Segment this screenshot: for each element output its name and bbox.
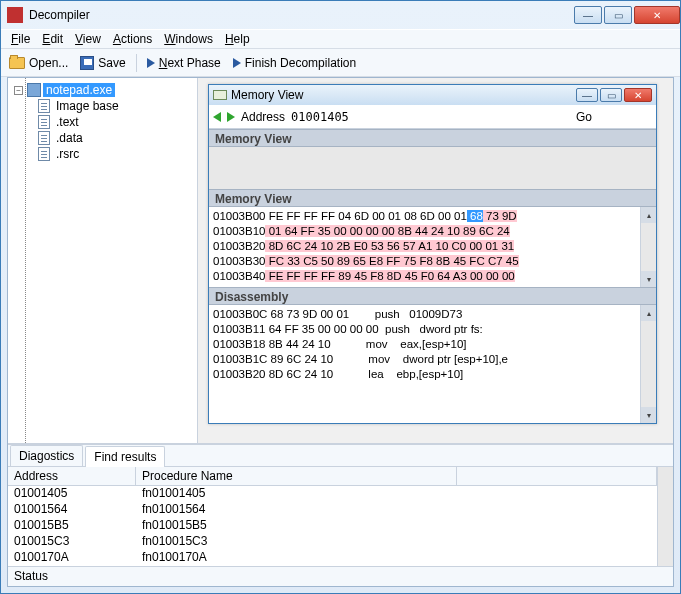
results-scrollbar[interactable] [657,467,673,566]
disassembly-row[interactable]: 01003B1C 89 6C 24 10 mov dword ptr [esp+… [213,352,656,367]
disassembly-listing[interactable]: 01003B0C 68 73 9D 00 01 push 01009D73010… [209,305,656,423]
document-icon [38,131,50,145]
menu-bar: File Edit View Actions Windows Help [1,29,680,49]
menu-help[interactable]: Help [219,30,256,48]
hex-dump[interactable]: 01003B00 FE FF FF FF 04 6D 00 01 08 6D 0… [209,207,656,287]
tree-item-data[interactable]: .data [10,130,195,146]
inner-close-button[interactable]: ✕ [624,88,652,102]
status-bar: Status [8,566,673,586]
col-empty[interactable] [457,467,657,485]
results-row[interactable]: 0100170Afn0100170A [8,550,657,566]
results-row[interactable]: 01001405fn01001405 [8,486,657,502]
nav-forward-icon[interactable] [227,112,235,122]
document-icon [38,147,50,161]
hex-row[interactable]: 01003B30 FC 33 C5 50 89 65 E8 FF 75 F8 8… [213,254,656,269]
bottom-panel: Diagostics Find results Address Procedur… [8,444,673,566]
document-icon [38,99,50,113]
memory-view-icon [213,90,227,100]
scroll-up-icon[interactable]: ▴ [641,305,656,321]
toolbar-finish-decompilation[interactable]: Finish Decompilation [229,54,360,72]
hex-scrollbar[interactable]: ▴ ▾ [640,207,656,287]
minimize-button[interactable]: — [574,6,602,24]
section-header-disasm: Disassembly [209,287,656,305]
client-area: − notepad.exe Image base .text .data [7,77,674,587]
results-row[interactable]: 010015C3fn010015C3 [8,534,657,550]
section-header-memview2: Memory View [209,189,656,207]
bottom-tabstrip: Diagostics Find results [8,445,673,467]
address-label: Address [241,110,285,124]
toolbar-open[interactable]: Open... [5,54,72,72]
app-icon [7,7,23,23]
hex-row[interactable]: 01003B40 FE FF FF FF 89 45 F8 8D 45 F0 6… [213,269,656,284]
tab-diagnostics[interactable]: Diagostics [10,445,83,466]
maximize-button[interactable]: ▭ [604,6,632,24]
results-header: Address Procedure Name [8,467,657,486]
disassembly-row[interactable]: 01003B20 8D 6C 24 10 lea ebp,[esp+10] [213,367,656,382]
menu-windows[interactable]: Windows [158,30,219,48]
scroll-down-icon[interactable]: ▾ [641,407,656,423]
tree-expander[interactable]: − [14,86,23,95]
menu-actions[interactable]: Actions [107,30,158,48]
executable-icon [27,83,41,97]
app-title: Decompiler [29,8,572,22]
results-row[interactable]: 010015B5fn010015B5 [8,518,657,534]
address-bar: Address Go [209,105,656,129]
open-icon [9,57,25,69]
titlebar[interactable]: Decompiler — ▭ ✕ [1,1,680,29]
tree-item-image-base[interactable]: Image base [10,98,195,114]
address-input[interactable] [291,110,381,124]
inner-titlebar[interactable]: Memory View — ▭ ✕ [209,85,656,105]
mdi-area: Memory View — ▭ ✕ Address Go [198,78,673,443]
menu-file[interactable]: File [5,30,36,48]
menu-view[interactable]: View [69,30,107,48]
find-results-table[interactable]: Address Procedure Name 01001405fn0100140… [8,467,657,566]
inner-maximize-button[interactable]: ▭ [600,88,622,102]
col-procedure-name[interactable]: Procedure Name [136,467,457,485]
tree-root[interactable]: − notepad.exe [10,82,195,98]
go-button[interactable]: Go [576,110,592,124]
results-row[interactable]: 01001564fn01001564 [8,502,657,518]
toolbar: Open... Save Next Phase Finish Decompila… [1,49,680,77]
play-icon [147,58,155,68]
upper-split: − notepad.exe Image base .text .data [8,78,673,444]
app-window: Decompiler — ▭ ✕ File Edit View Actions … [0,0,681,594]
disassembly-row[interactable]: 01003B0C 68 73 9D 00 01 push 01009D73 [213,307,656,322]
memory-view-window: Memory View — ▭ ✕ Address Go [208,84,657,424]
tree-item-rsrc[interactable]: .rsrc [10,146,195,162]
hex-row[interactable]: 01003B20 8D 6C 24 10 2B E0 53 56 57 A1 1… [213,239,656,254]
scroll-down-icon[interactable]: ▾ [641,271,656,287]
tree-item-text[interactable]: .text [10,114,195,130]
tree-root-label: notepad.exe [43,83,115,97]
play-icon [233,58,241,68]
hex-row[interactable]: 01003B10 01 64 FF 35 00 00 00 00 8B 44 2… [213,224,656,239]
scroll-up-icon[interactable]: ▴ [641,207,656,223]
toolbar-save[interactable]: Save [76,54,129,72]
save-icon [80,56,94,70]
toolbar-next-phase[interactable]: Next Phase [143,54,225,72]
menu-edit[interactable]: Edit [36,30,69,48]
inner-minimize-button[interactable]: — [576,88,598,102]
document-icon [38,115,50,129]
col-address[interactable]: Address [8,467,136,485]
disassembly-row[interactable]: 01003B11 64 FF 35 00 00 00 00 push dword… [213,322,656,337]
hex-row[interactable]: 01003B00 FE FF FF FF 04 6D 00 01 08 6D 0… [213,209,656,224]
disasm-scrollbar[interactable]: ▴ ▾ [640,305,656,423]
section-header-memview1: Memory View [209,129,656,147]
memory-view-summary-area [209,147,656,189]
inner-title-text: Memory View [231,88,570,102]
close-button[interactable]: ✕ [634,6,680,24]
toolbar-separator [136,54,137,72]
nav-back-icon[interactable] [213,112,221,122]
project-tree[interactable]: − notepad.exe Image base .text .data [8,78,198,443]
tab-find-results[interactable]: Find results [85,446,165,467]
disassembly-row[interactable]: 01003B18 8B 44 24 10 mov eax,[esp+10] [213,337,656,352]
